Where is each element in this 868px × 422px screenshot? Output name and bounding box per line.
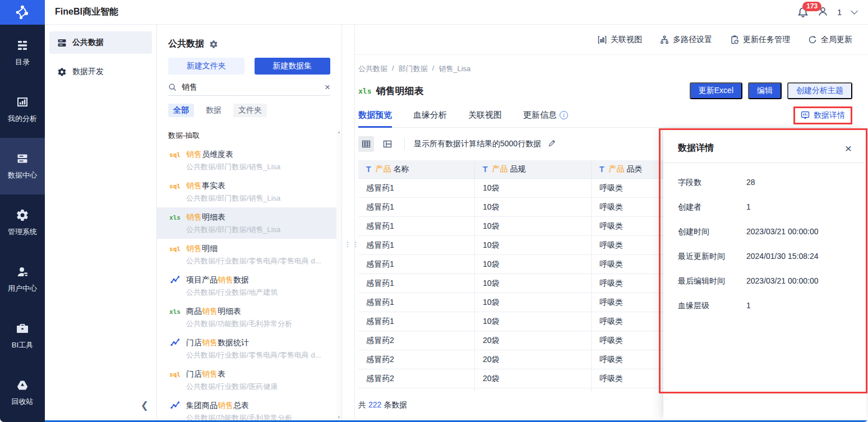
sidebar-item-admin[interactable]: 管理系统 bbox=[0, 194, 45, 251]
table-cell: 20袋 bbox=[475, 331, 592, 350]
app-title: FineBI商业智能 bbox=[55, 6, 118, 18]
sidebar-item-catalog[interactable]: 目录 bbox=[0, 25, 45, 81]
edit-note-pencil-icon[interactable] bbox=[548, 139, 556, 149]
table-cell: 感冒药1 bbox=[358, 293, 475, 312]
dataset-list-item[interactable]: 项目产品销售数据 公共数据/行业数据/地产建筑 bbox=[157, 270, 337, 302]
dataset-item-title: 门店销售数据统计 bbox=[186, 338, 249, 348]
field-label: 血缘层级 bbox=[678, 301, 733, 311]
dataset-list-item[interactable]: sql 门店销售表 公共数据/行业数据/医药健康 bbox=[157, 364, 337, 396]
workspace-item-data-dev[interactable]: 数据开发 bbox=[49, 61, 152, 83]
table-cell: 感冒药1 bbox=[358, 274, 475, 293]
field-type-icon: T bbox=[483, 165, 488, 174]
filter-tab-data[interactable]: 数据 bbox=[201, 104, 227, 117]
new-dataset-button[interactable]: 新建数据集 bbox=[255, 58, 331, 75]
column-header[interactable]: T产品名称 bbox=[358, 160, 475, 179]
table-cell: 感冒药1 bbox=[358, 236, 475, 255]
details-field-row: 创建者 1 bbox=[678, 202, 852, 212]
multi-path-settings-button[interactable]: 多路径设置 bbox=[660, 35, 712, 45]
workspace-item-public-data[interactable]: 公共数据 bbox=[49, 31, 152, 54]
notification-count-badge: 173 bbox=[802, 2, 821, 11]
dataset-item-title: 销售事实表 bbox=[186, 181, 225, 191]
details-field-list: 字段数 28 创建者 1 创建时间 2023/03/21 00:00:00 最近… bbox=[678, 178, 852, 311]
breadcrumb-item[interactable]: 部门数据 bbox=[399, 64, 428, 74]
create-analysis-button[interactable]: 创建分析主题 bbox=[787, 82, 852, 99]
filter-tab-folder[interactable]: 文件夹 bbox=[233, 104, 267, 117]
details-field-row: 创建时间 2023/03/21 00:00:00 bbox=[678, 227, 852, 237]
close-icon[interactable]: × bbox=[845, 142, 852, 154]
table-cell: 20袋 bbox=[475, 350, 592, 369]
field-type-icon: T bbox=[599, 165, 604, 174]
info-icon[interactable]: i bbox=[560, 111, 568, 119]
dataset-item-path: 公共数据/行业数据/地产建筑 bbox=[186, 287, 329, 298]
tab-relation-view[interactable]: 关联视图 bbox=[468, 103, 502, 127]
tab-update-info[interactable]: 更新信息 i bbox=[523, 103, 568, 127]
relation-view-button[interactable]: 关联视图 bbox=[598, 35, 642, 45]
dataset-item-path: 公共数据/部门数据/销售_Lisa bbox=[186, 193, 329, 203]
details-field-row: 血缘层级 1 bbox=[678, 301, 852, 311]
panel-splitter[interactable]: ⋮⋮ bbox=[342, 25, 355, 422]
update-task-management-button[interactable]: 更新任务管理 bbox=[730, 35, 790, 45]
sidebar-item-data-center[interactable]: 数据中心 bbox=[0, 138, 45, 194]
column-header[interactable]: T产品品规 bbox=[475, 160, 592, 179]
search-input[interactable] bbox=[182, 83, 320, 92]
global-refresh-button[interactable]: 全局更新 bbox=[808, 35, 852, 45]
field-label: 创建者 bbox=[678, 202, 733, 212]
dataset-list-item[interactable]: 集团商品销售总表 公共数据/功能数据/毛利异常分析 bbox=[157, 396, 337, 422]
data-details-button[interactable]: 数据详情 bbox=[795, 108, 851, 123]
update-excel-button[interactable]: 更新Excel bbox=[690, 82, 742, 99]
admin-gear-icon bbox=[16, 208, 29, 222]
dataset-list-item[interactable]: 门店销售数据统计 公共数据/行业数据/零售电商/零售电商 d... bbox=[157, 333, 337, 364]
field-label: 最近更新时间 bbox=[678, 252, 733, 262]
dataset-list-item[interactable]: sql 销售明细 公共数据/行业数据/零售电商/零售电商 d... bbox=[157, 239, 337, 270]
sidebar-item-my-analysis[interactable]: 我的分析 bbox=[0, 81, 45, 138]
catalog-settings-gear-icon[interactable] bbox=[209, 40, 218, 49]
dataset-item-path: 公共数据/行业数据/零售电商/零售电商 d... bbox=[186, 350, 329, 360]
filter-tab-all[interactable]: 全部 bbox=[168, 104, 194, 117]
finebi-logo[interactable] bbox=[0, 0, 45, 25]
dataset-item-path: 公共数据/功能数据/毛利异常分析 bbox=[186, 319, 329, 329]
tab-data-preview[interactable]: 数据预览 bbox=[358, 103, 392, 127]
sidebar-item-bi-tools[interactable]: BI工具 bbox=[0, 308, 45, 364]
catalog-icon bbox=[16, 39, 29, 52]
search-clear-icon[interactable]: × bbox=[325, 82, 330, 92]
catalog-panel: 公共数据 新建文件夹 新建数据集 × 全部 数据 文件夹 数据-抽取 sql 销… bbox=[157, 25, 342, 422]
sidebar-item-user-center[interactable]: 用户中心 bbox=[0, 251, 45, 308]
sidebar-item-recycle-bin[interactable]: 回收站 bbox=[0, 364, 45, 421]
search-box: × bbox=[168, 81, 330, 96]
field-label: 创建时间 bbox=[678, 227, 733, 237]
details-field-row: 最近更新时间 2024/01/30 15:08:24 bbox=[678, 252, 852, 262]
workspace-panel: 公共数据 数据开发 ❮ bbox=[45, 25, 157, 422]
new-folder-button[interactable]: 新建文件夹 bbox=[168, 58, 244, 75]
row-count: 222 bbox=[368, 400, 381, 409]
grid-view-icon bbox=[362, 140, 371, 149]
update-task-icon bbox=[730, 35, 739, 44]
table-cell: 感冒药1 bbox=[358, 255, 475, 274]
toolbar-divider bbox=[404, 138, 405, 150]
grid-view-toggle[interactable] bbox=[358, 136, 374, 152]
breadcrumb-item[interactable]: 公共数据 bbox=[358, 64, 387, 74]
dataset-item-title: 集团商品销售总表 bbox=[186, 401, 249, 411]
dataset-list-item[interactable]: sql 销售员维度表 公共数据/部门数据/销售_Lisa bbox=[157, 145, 337, 176]
list-section-label: 数据-抽取 bbox=[168, 131, 330, 141]
scroll-up-arrow-icon[interactable]: ▲ bbox=[336, 129, 341, 136]
dataset-list: sql 销售员维度表 公共数据/部门数据/销售_Lisa sql 销售事实表 公… bbox=[157, 145, 337, 422]
table-cell: 10袋 bbox=[475, 217, 592, 236]
edit-button[interactable]: 编辑 bbox=[748, 82, 782, 99]
dataset-list-item[interactable]: xls 商品销售明细表 公共数据/功能数据/毛利异常分析 bbox=[157, 302, 337, 333]
dataset-type-badge: xls bbox=[358, 87, 371, 95]
catalog-scrollbar[interactable]: ▲ ▼ bbox=[336, 129, 341, 422]
dataset-list-item[interactable]: xls 销售明细表 公共数据/部门数据/销售_Lisa bbox=[157, 207, 337, 239]
tab-lineage-analysis[interactable]: 血缘分析 bbox=[413, 103, 447, 127]
dataset-item-path: 公共数据/部门数据/销售_Lisa bbox=[186, 162, 329, 172]
user-menu-chevron-icon[interactable] bbox=[851, 7, 858, 15]
collapse-panel-chevron-icon[interactable]: ❮ bbox=[141, 400, 149, 411]
dataset-list-item[interactable]: sql 销售事实表 公共数据/部门数据/销售_Lisa bbox=[157, 176, 337, 207]
splitter-grip-icon[interactable]: ⋮⋮ bbox=[344, 240, 360, 248]
table-cell: 20袋 bbox=[475, 388, 592, 391]
column-view-toggle[interactable] bbox=[380, 136, 395, 152]
notification-bell-icon[interactable]: 173 bbox=[797, 7, 809, 18]
field-value: 2024/01/30 15:08:24 bbox=[746, 252, 818, 262]
dataset-item-title: 商品销售明细表 bbox=[186, 307, 241, 317]
column-view-icon bbox=[383, 140, 392, 149]
breadcrumb-item[interactable]: 销售_Lisa bbox=[438, 64, 470, 74]
